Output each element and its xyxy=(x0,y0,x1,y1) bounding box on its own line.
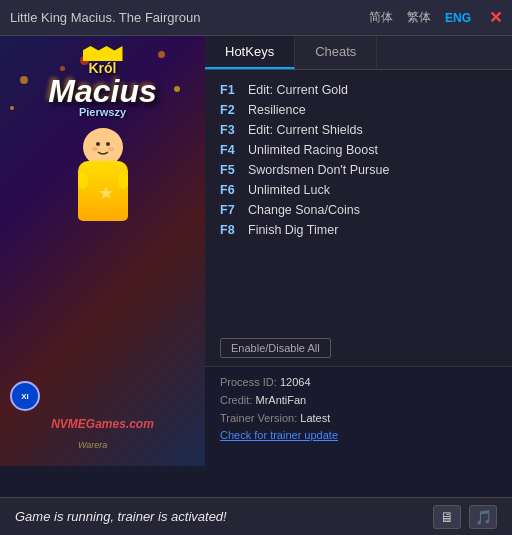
svg-point-3 xyxy=(92,147,98,151)
credit-value: MrAntiFan xyxy=(255,394,306,406)
status-message: Game is running, trainer is activated! xyxy=(15,509,227,524)
hotkey-f6-desc: Unlimited Luck xyxy=(248,183,330,197)
svg-text:★: ★ xyxy=(98,183,114,203)
hotkey-f7-key: F7 xyxy=(220,203,248,217)
music-icon: 🎵 xyxy=(475,509,492,525)
main-content: Król Macius Pierwszy xyxy=(0,36,512,466)
face-svg xyxy=(88,132,118,162)
hotkey-f6-key: F6 xyxy=(220,183,248,197)
hotkey-f7: F7 Change Sona/Coins xyxy=(220,200,497,220)
hotkey-f4-desc: Unlimited Racing Boost xyxy=(248,143,378,157)
hotkey-f2: F2 Resilience xyxy=(220,100,497,120)
hotkey-f8-desc: Finish Dig Timer xyxy=(248,223,338,237)
trainer-version-row: Trainer Version: Latest xyxy=(220,411,497,425)
hotkey-f1-desc: Edit: Current Gold xyxy=(248,83,348,97)
svg-text:Warera: Warera xyxy=(78,440,107,450)
lang-traditional-chinese[interactable]: 繁体 xyxy=(403,7,435,28)
trainer-version-label: Trainer Version: xyxy=(220,412,300,424)
process-id-row: Process ID: 12064 xyxy=(220,375,497,389)
char-body: ★ xyxy=(78,161,128,221)
cover-bottom-logo: Warera xyxy=(0,434,205,456)
hotkey-f5: F5 Swordsmen Don't Pursue xyxy=(220,160,497,180)
status-bar: Game is running, trainer is activated! 🖥… xyxy=(0,497,512,535)
hotkey-f2-key: F2 xyxy=(220,103,248,117)
credit-row: Credit: MrAntiFan xyxy=(220,393,497,407)
cover-image-bg: Król Macius Pierwszy xyxy=(0,36,205,466)
enable-disable-area: Enable/Disable All xyxy=(205,330,512,366)
tabs-bar: HotKeys Cheats xyxy=(205,36,512,70)
svg-point-0 xyxy=(89,133,117,161)
close-button[interactable]: ✕ xyxy=(489,8,502,27)
title-bar: Little King Macius. The Fairgroun 简体 繁体 … xyxy=(0,0,512,36)
svg-point-7 xyxy=(78,173,88,189)
hotkey-f1: F1 Edit: Current Gold xyxy=(220,80,497,100)
process-id-number: 12064 xyxy=(280,376,311,388)
cover-game-title: Król Macius Pierwszy xyxy=(48,61,156,118)
hotkeys-list: F1 Edit: Current Gold F2 Resilience F3 E… xyxy=(205,70,512,330)
watermark-text: NVMEGames.com xyxy=(0,417,205,431)
hotkey-f1-key: F1 xyxy=(220,83,248,97)
hotkey-f8: F8 Finish Dig Timer xyxy=(220,220,497,240)
svg-point-2 xyxy=(106,142,110,146)
trainer-version-value: Latest xyxy=(300,412,330,424)
hotkey-f7-desc: Change Sona/Coins xyxy=(248,203,360,217)
crown-decoration xyxy=(83,46,123,61)
hotkey-f3-key: F3 xyxy=(220,123,248,137)
hotkey-f3-desc: Edit: Current Shields xyxy=(248,123,363,137)
lang-simplified-chinese[interactable]: 简体 xyxy=(365,7,397,28)
music-icon-button[interactable]: 🎵 xyxy=(469,505,497,529)
info-section: Process ID: 12064 Credit: MrAntiFan Trai… xyxy=(205,366,512,466)
hotkey-f3: F3 Edit: Current Shields xyxy=(220,120,497,140)
game-cover: Król Macius Pierwszy xyxy=(0,36,205,466)
body-svg: ★ xyxy=(78,161,128,221)
right-panel: HotKeys Cheats F1 Edit: Current Gold F2 … xyxy=(205,36,512,466)
credit-label: Credit: xyxy=(220,394,255,406)
logo-svg: Warera xyxy=(73,434,133,454)
lang-english[interactable]: ENG xyxy=(441,9,475,27)
process-id-label: Process ID: xyxy=(220,376,280,388)
monitor-icon: 🖥 xyxy=(440,509,454,525)
hotkey-f8-key: F8 xyxy=(220,223,248,237)
tab-cheats[interactable]: Cheats xyxy=(295,36,377,69)
hotkey-f5-desc: Swordsmen Don't Pursue xyxy=(248,163,389,177)
hotkey-f4: F4 Unlimited Racing Boost xyxy=(220,140,497,160)
svg-point-1 xyxy=(96,142,100,146)
svg-point-8 xyxy=(118,173,128,189)
tab-hotkeys[interactable]: HotKeys xyxy=(205,36,295,69)
enable-disable-button[interactable]: Enable/Disable All xyxy=(220,338,331,358)
age-badge: XI xyxy=(10,381,40,411)
cover-macius: Macius xyxy=(48,73,156,109)
svg-point-4 xyxy=(108,147,114,151)
hotkey-f5-key: F5 xyxy=(220,163,248,177)
character-illustration: ★ xyxy=(63,123,143,223)
window-title: Little King Macius. The Fairgroun xyxy=(10,10,365,25)
status-icons: 🖥 🎵 xyxy=(433,505,497,529)
hotkey-f4-key: F4 xyxy=(220,143,248,157)
language-buttons: 简体 繁体 ENG ✕ xyxy=(365,7,502,28)
monitor-icon-button[interactable]: 🖥 xyxy=(433,505,461,529)
hotkey-f6: F6 Unlimited Luck xyxy=(220,180,497,200)
check-update-link[interactable]: Check for trainer update xyxy=(220,429,497,441)
hotkey-f2-desc: Resilience xyxy=(248,103,306,117)
